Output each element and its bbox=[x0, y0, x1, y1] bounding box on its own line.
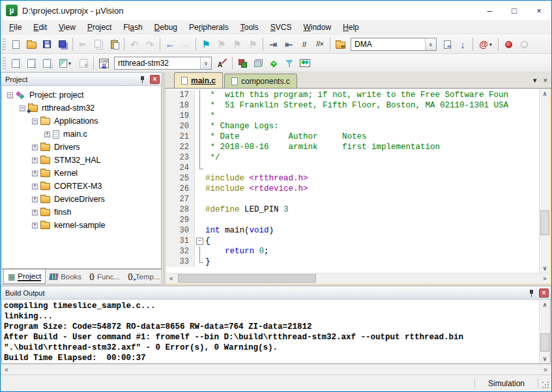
copy-button[interactable] bbox=[91, 37, 106, 51]
scroll-left-icon[interactable]: < bbox=[166, 273, 177, 283]
editor-horizontal-scrollbar[interactable]: <> bbox=[165, 273, 551, 283]
expander-expand-icon[interactable]: + bbox=[32, 145, 38, 150]
redo-button[interactable]: ↷ bbox=[142, 37, 158, 51]
toolbar-grip[interactable] bbox=[3, 57, 6, 69]
toggle-bookmark-button[interactable]: ⚑ bbox=[198, 37, 214, 51]
cut-button[interactable]: ✂ bbox=[75, 37, 91, 51]
maximize-button[interactable]: □ bbox=[502, 1, 527, 20]
panel-tab-temp[interactable]: {}Temp... bbox=[124, 270, 164, 284]
editor-vertical-scrollbar[interactable]: ∧∨ bbox=[539, 89, 550, 273]
panel-tab-func[interactable]: {}Func... bbox=[85, 270, 124, 284]
tree-item-drivers[interactable]: +Drivers bbox=[2, 141, 161, 154]
menu-peripherals[interactable]: Peripherals bbox=[183, 21, 235, 33]
expander-expand-icon[interactable]: + bbox=[32, 171, 38, 176]
expander-expand-icon[interactable]: + bbox=[32, 223, 38, 229]
options-for-target-button[interactable] bbox=[214, 56, 230, 70]
scroll-thumb[interactable] bbox=[178, 274, 316, 283]
menu-window[interactable]: Window bbox=[297, 21, 337, 33]
expander-expand-icon[interactable]: + bbox=[32, 210, 38, 216]
comment-button[interactable]: // bbox=[297, 37, 312, 51]
scroll-left-icon[interactable]: < bbox=[1, 365, 12, 374]
editor-tab-components-c[interactable]: components.c bbox=[224, 74, 297, 88]
find-in-files-button[interactable] bbox=[332, 37, 348, 51]
fold-marker-icon[interactable] bbox=[195, 236, 205, 246]
translate-button[interactable] bbox=[8, 56, 23, 70]
code-editor[interactable]: 17 * with this program; if not, write to… bbox=[166, 89, 539, 273]
uncomment-button[interactable]: //× bbox=[312, 37, 328, 51]
next-bookmark-button[interactable]: ⚑ bbox=[229, 37, 245, 51]
undo-button[interactable]: ↶ bbox=[126, 37, 142, 51]
download-button[interactable] bbox=[96, 56, 111, 70]
tree-item-applications[interactable]: −Applications bbox=[2, 115, 161, 128]
menu-svcs[interactable]: SVCS bbox=[265, 21, 298, 33]
scroll-down-icon[interactable]: ∨ bbox=[540, 263, 550, 273]
scroll-track[interactable] bbox=[540, 309, 550, 354]
clear-bookmarks-button[interactable]: ⚑ bbox=[245, 37, 261, 51]
close-document-button[interactable]: × bbox=[544, 76, 547, 84]
build-output-horizontal-scrollbar[interactable]: <> bbox=[1, 364, 551, 374]
paste-button[interactable] bbox=[106, 37, 122, 51]
menu-flash[interactable]: Flash bbox=[117, 21, 148, 33]
tree-item-cortex-m3[interactable]: +CORTEX-M3 bbox=[2, 180, 161, 193]
tree-item-kernel[interactable]: +Kernel bbox=[2, 167, 161, 180]
tree-item-devicedrivers[interactable]: +DeviceDrivers bbox=[2, 193, 161, 206]
incremental-find-button[interactable]: ↓ bbox=[455, 37, 471, 51]
expander-expand-icon[interactable]: + bbox=[32, 158, 38, 163]
scroll-thumb[interactable] bbox=[540, 210, 549, 235]
scroll-track[interactable] bbox=[177, 273, 540, 283]
tree-item-kernel-sample[interactable]: +kernel-sample bbox=[2, 219, 161, 232]
navigate-back-button[interactable]: ← bbox=[162, 37, 178, 51]
outdent-button[interactable]: ⇤ bbox=[281, 37, 297, 51]
expander-collapse-icon[interactable]: − bbox=[32, 119, 38, 124]
scroll-up-icon[interactable]: ∧ bbox=[540, 89, 550, 98]
open-file-button[interactable] bbox=[23, 37, 39, 51]
menu-file[interactable]: File bbox=[3, 21, 27, 33]
file-extensions-button[interactable] bbox=[250, 56, 266, 70]
resize-grip-icon[interactable] bbox=[542, 382, 550, 389]
scroll-right-icon[interactable]: > bbox=[540, 273, 550, 283]
stop-build-button[interactable] bbox=[76, 56, 91, 70]
menu-view[interactable]: View bbox=[53, 21, 81, 33]
new-file-button[interactable] bbox=[8, 37, 23, 51]
navigate-forward-button[interactable]: → bbox=[178, 37, 194, 51]
scroll-right-icon[interactable]: > bbox=[540, 365, 551, 374]
manage-project-items-button[interactable] bbox=[235, 56, 250, 70]
project-panel-close-button[interactable]: × bbox=[150, 75, 160, 84]
build-output-close-button[interactable]: × bbox=[539, 288, 549, 298]
scroll-up-icon[interactable]: ∧ bbox=[540, 300, 550, 309]
scroll-thumb[interactable] bbox=[540, 333, 549, 352]
editor-tab-main-c[interactable]: main.c bbox=[174, 72, 223, 88]
expander-expand-icon[interactable]: + bbox=[32, 197, 38, 203]
manage-rte-button[interactable] bbox=[266, 56, 282, 70]
menu-debug[interactable]: Debug bbox=[149, 21, 183, 33]
find-in-document-button[interactable] bbox=[439, 37, 455, 51]
search-combobox-dropdown-icon[interactable]: ∨ bbox=[425, 38, 436, 50]
rebuild-button[interactable] bbox=[39, 56, 55, 70]
panel-tab-project[interactable]: ▦Project bbox=[3, 270, 46, 284]
pin-icon[interactable] bbox=[139, 76, 146, 83]
build-button[interactable] bbox=[23, 56, 39, 70]
scroll-track[interactable] bbox=[12, 365, 540, 374]
panel-tab-books[interactable]: Books bbox=[46, 270, 85, 284]
lookup-button[interactable]: @▾ bbox=[475, 37, 496, 51]
tree-item-finsh[interactable]: +finsh bbox=[2, 206, 161, 219]
scroll-track[interactable] bbox=[540, 98, 550, 263]
scroll-down-icon[interactable]: ∨ bbox=[540, 354, 550, 363]
document-list-button[interactable]: ▾ bbox=[533, 76, 537, 85]
build-output-text[interactable]: compiling timeslice_sample.c...linking..… bbox=[2, 300, 539, 363]
menu-project[interactable]: Project bbox=[81, 21, 117, 33]
tree-item-main-c[interactable]: +main.c bbox=[2, 128, 161, 141]
save-button[interactable] bbox=[39, 37, 55, 51]
close-button[interactable]: × bbox=[527, 1, 551, 20]
save-all-button[interactable] bbox=[55, 37, 70, 51]
enable-breakpoint-button[interactable] bbox=[516, 37, 532, 51]
select-software-packs-button[interactable] bbox=[282, 56, 297, 70]
expander-collapse-icon[interactable]: − bbox=[7, 92, 13, 98]
minimize-button[interactable]: – bbox=[477, 1, 502, 20]
tree-item-project-project[interactable]: −Project: project bbox=[2, 89, 161, 102]
expander-collapse-icon[interactable]: − bbox=[20, 105, 25, 111]
indent-button[interactable]: ⇥ bbox=[265, 37, 281, 51]
batch-build-button[interactable]: ▾ bbox=[55, 56, 76, 70]
build-output-vertical-scrollbar[interactable]: ∧∨ bbox=[539, 300, 550, 363]
pin-icon[interactable] bbox=[529, 289, 535, 297]
